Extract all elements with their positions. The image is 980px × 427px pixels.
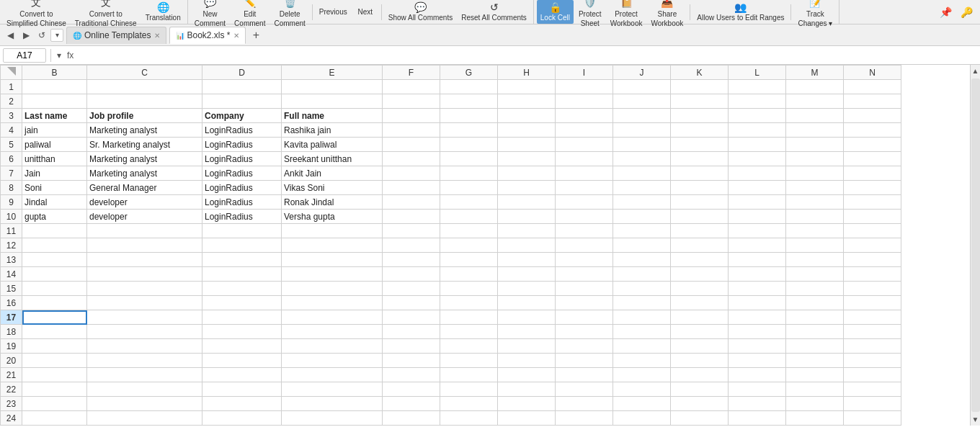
table-cell[interactable] [440,138,498,152]
table-cell[interactable] [844,382,901,397]
table-cell[interactable]: General Manager [87,181,202,195]
table-cell[interactable] [786,325,844,339]
table-cell[interactable] [498,195,556,210]
table-cell[interactable] [22,325,87,339]
row-header-20[interactable]: 20 [1,354,22,368]
table-cell[interactable] [729,238,786,253]
table-cell[interactable] [613,109,671,123]
table-cell[interactable]: LoginRadius [202,123,282,138]
table-cell[interactable] [613,310,671,325]
row-header-12[interactable]: 12 [1,238,22,253]
table-cell[interactable] [498,267,556,282]
table-cell[interactable] [844,310,901,325]
table-cell[interactable]: developer [87,210,202,224]
table-cell[interactable] [22,296,87,310]
table-cell[interactable] [729,411,786,426]
table-cell[interactable] [440,296,498,310]
history-refresh-button[interactable]: ↺ [35,28,49,42]
table-cell[interactable] [729,368,786,382]
row-header-1[interactable]: 1 [1,80,22,94]
table-cell[interactable] [282,354,383,368]
formula-fx-icon[interactable]: fx [66,50,75,60]
table-cell[interactable] [282,382,383,397]
table-cell[interactable] [671,267,729,282]
table-cell[interactable] [498,109,556,123]
table-cell[interactable] [440,210,498,224]
table-cell[interactable] [498,296,556,310]
row-header-2[interactable]: 2 [1,94,22,109]
row-header-3[interactable]: 3 [1,109,22,123]
table-cell[interactable] [844,109,901,123]
table-cell[interactable] [786,339,844,354]
row-header-18[interactable]: 18 [1,325,22,339]
row-header-5[interactable]: 5 [1,138,22,152]
table-cell[interactable] [556,282,613,296]
table-cell[interactable] [440,267,498,282]
table-cell[interactable] [202,94,282,109]
previous-button[interactable]: Previous [316,6,351,18]
table-cell[interactable] [556,152,613,166]
table-cell[interactable] [202,253,282,267]
table-cell[interactable] [613,325,671,339]
table-cell[interactable] [440,339,498,354]
table-cell[interactable] [671,152,729,166]
table-cell[interactable] [22,80,87,94]
show-all-comments-button[interactable]: 💬 Show All Comments [385,0,456,24]
table-cell[interactable] [613,195,671,210]
table-cell[interactable] [556,253,613,267]
table-cell[interactable] [87,94,202,109]
table-cell[interactable] [556,109,613,123]
table-cell[interactable]: Rashika jain [282,123,383,138]
table-cell[interactable] [87,253,202,267]
table-cell[interactable] [202,325,282,339]
row-header-11[interactable]: 11 [1,224,22,238]
table-cell[interactable] [383,195,440,210]
table-cell[interactable] [786,109,844,123]
table-cell[interactable] [729,339,786,354]
table-cell[interactable] [282,238,383,253]
table-cell[interactable] [671,166,729,181]
table-cell[interactable] [613,181,671,195]
table-cell[interactable] [556,94,613,109]
col-header-l[interactable]: L [729,66,786,80]
table-cell[interactable]: LoginRadius [202,195,282,210]
table-cell[interactable] [383,166,440,181]
table-cell[interactable] [498,382,556,397]
table-cell[interactable] [729,152,786,166]
table-cell[interactable] [786,195,844,210]
table-cell[interactable] [671,253,729,267]
formula-down-icon[interactable]: ▾ [55,50,63,60]
table-cell[interactable] [383,253,440,267]
table-cell[interactable] [498,181,556,195]
table-cell[interactable] [786,267,844,282]
table-cell[interactable] [671,296,729,310]
table-cell[interactable] [844,181,901,195]
table-cell[interactable]: Sreekant unitthan [282,152,383,166]
history-forward-button[interactable]: ▶ [19,28,33,42]
col-header-k[interactable]: K [671,66,729,80]
table-cell[interactable] [786,354,844,368]
table-cell[interactable] [282,253,383,267]
table-cell[interactable] [498,354,556,368]
table-cell[interactable] [202,310,282,325]
table-cell[interactable] [613,80,671,94]
table-cell[interactable] [87,325,202,339]
table-cell[interactable] [729,123,786,138]
table-cell[interactable] [202,411,282,426]
table-cell[interactable] [383,109,440,123]
table-cell[interactable] [202,296,282,310]
table-cell[interactable] [440,166,498,181]
row-header-16[interactable]: 16 [1,296,22,310]
key-icon[interactable]: 🔑 [958,5,976,19]
table-cell[interactable] [556,411,613,426]
table-cell[interactable] [556,267,613,282]
table-cell[interactable] [282,397,383,411]
protect-workbook-button[interactable]: 📔 ProtectWorkbook [607,0,646,30]
table-cell[interactable] [383,354,440,368]
table-cell[interactable] [440,411,498,426]
table-cell[interactable] [87,397,202,411]
table-cell[interactable] [498,94,556,109]
table-cell[interactable] [282,282,383,296]
table-cell[interactable] [613,210,671,224]
table-cell[interactable] [786,296,844,310]
